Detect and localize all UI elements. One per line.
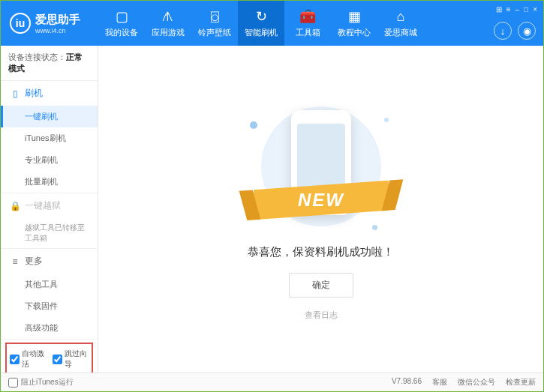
skip-guide-checkbox[interactable]: 跳过向导	[53, 349, 89, 370]
checkbox-label: 阻止iTunes运行	[21, 377, 74, 388]
device-status: 设备连接状态：正常模式	[1, 46, 98, 81]
main-content: NEW 恭喜您，保资料刷机成功啦！ 确定 查看日志	[98, 46, 543, 374]
checkbox-label: 跳过向导	[65, 349, 89, 370]
window-controls: ⊞ ≡ – □ ×	[496, 5, 537, 13]
flash-icon: ↻	[256, 8, 267, 25]
maximize-icon[interactable]: □	[524, 5, 528, 13]
download-icon[interactable]: ↓	[494, 22, 512, 40]
section-label: 更多	[25, 255, 43, 268]
success-message: 恭喜您，保资料刷机成功啦！	[248, 245, 394, 259]
update-link[interactable]: 检查更新	[506, 377, 536, 388]
minimize-icon[interactable]: –	[515, 5, 520, 13]
logo-area: iu 爱思助手 www.i4.cn	[1, 13, 98, 34]
list-icon[interactable]: ≡	[506, 5, 511, 13]
options-box: 自动激活 跳过向导	[5, 343, 93, 376]
more-icon: ≡	[10, 256, 20, 267]
sidebar: 设备连接状态：正常模式 ▯刷机 一键刷机 iTunes刷机 专业刷机 批量刷机 …	[1, 46, 98, 374]
lock-icon: 🔒	[10, 201, 20, 211]
section-flash[interactable]: ▯刷机	[1, 81, 98, 106]
footer: 阻止iTunes运行 V7.98.66 客服 微信公众号 检查更新	[1, 373, 543, 391]
section-label: 一键越狱	[25, 199, 61, 212]
support-link[interactable]: 客服	[432, 377, 447, 388]
success-illustration: NEW	[246, 99, 396, 234]
nav-store[interactable]: ⌂爱思商城	[377, 1, 424, 46]
sidebar-item-other[interactable]: 其他工具	[1, 274, 98, 295]
sidebar-item-itunes[interactable]: iTunes刷机	[1, 127, 98, 149]
version-label: V7.98.66	[392, 377, 422, 388]
nav-apps[interactable]: ⩚应用游戏	[145, 1, 191, 46]
nav-flash[interactable]: ↻智能刷机	[238, 1, 284, 46]
sidebar-item-batch[interactable]: 批量刷机	[1, 171, 98, 193]
nav-toolbox[interactable]: 🧰工具箱	[284, 1, 331, 46]
status-label: 设备连接状态：	[8, 52, 66, 61]
user-icon[interactable]: ◉	[518, 22, 536, 40]
nav-label: 教程中心	[338, 27, 371, 38]
section-label: 刷机	[25, 87, 43, 100]
device-icon: ▢	[116, 8, 128, 25]
nav-tutorial[interactable]: ▦教程中心	[331, 1, 377, 46]
new-ribbon: NEW	[298, 190, 344, 211]
nav-label: 我的设备	[105, 27, 138, 38]
nav-label: 铃声壁纸	[198, 27, 231, 38]
ringtone-icon: ⌼	[211, 9, 219, 25]
grid-icon[interactable]: ⊞	[496, 5, 502, 13]
app-name: 爱思助手	[35, 13, 80, 27]
nav-label: 智能刷机	[245, 27, 278, 38]
sidebar-item-advanced[interactable]: 高级功能	[1, 317, 98, 339]
app-header: iu 爱思助手 www.i4.cn ▢我的设备 ⩚应用游戏 ⌼铃声壁纸 ↻智能刷…	[1, 1, 543, 46]
store-icon: ⌂	[397, 9, 405, 25]
jailbreak-note: 越狱工具已转移至工具箱	[1, 218, 98, 248]
section-more[interactable]: ≡更多	[1, 249, 98, 274]
nav-my-device[interactable]: ▢我的设备	[98, 1, 145, 46]
nav-ringtone[interactable]: ⌼铃声壁纸	[191, 1, 238, 46]
block-itunes-checkbox[interactable]: 阻止iTunes运行	[8, 377, 74, 388]
apps-icon: ⩚	[161, 9, 175, 25]
logo-icon: iu	[10, 13, 31, 34]
section-jailbreak: 🔒一键越狱	[1, 193, 98, 218]
auto-activate-checkbox[interactable]: 自动激活	[10, 349, 47, 370]
phone-icon: ▯	[10, 88, 20, 99]
nav-label: 应用游戏	[152, 27, 185, 38]
wechat-link[interactable]: 微信公众号	[458, 377, 495, 388]
nav-label: 爱思商城	[384, 27, 417, 38]
sidebar-item-download[interactable]: 下载固件	[1, 295, 98, 317]
sidebar-item-oneclick[interactable]: 一键刷机	[1, 106, 98, 127]
sidebar-item-pro[interactable]: 专业刷机	[1, 149, 98, 171]
app-url: www.i4.cn	[35, 27, 80, 34]
nav-label: 工具箱	[296, 27, 320, 38]
main-nav: ▢我的设备 ⩚应用游戏 ⌼铃声壁纸 ↻智能刷机 🧰工具箱 ▦教程中心 ⌂爱思商城	[98, 1, 424, 46]
view-log-link[interactable]: 查看日志	[305, 310, 338, 321]
checkbox-label: 自动激活	[22, 349, 47, 370]
close-icon[interactable]: ×	[533, 5, 537, 13]
toolbox-icon: 🧰	[299, 8, 316, 25]
header-actions: ↓ ◉	[494, 22, 536, 40]
ok-button[interactable]: 确定	[289, 273, 353, 298]
tutorial-icon: ▦	[348, 8, 361, 25]
